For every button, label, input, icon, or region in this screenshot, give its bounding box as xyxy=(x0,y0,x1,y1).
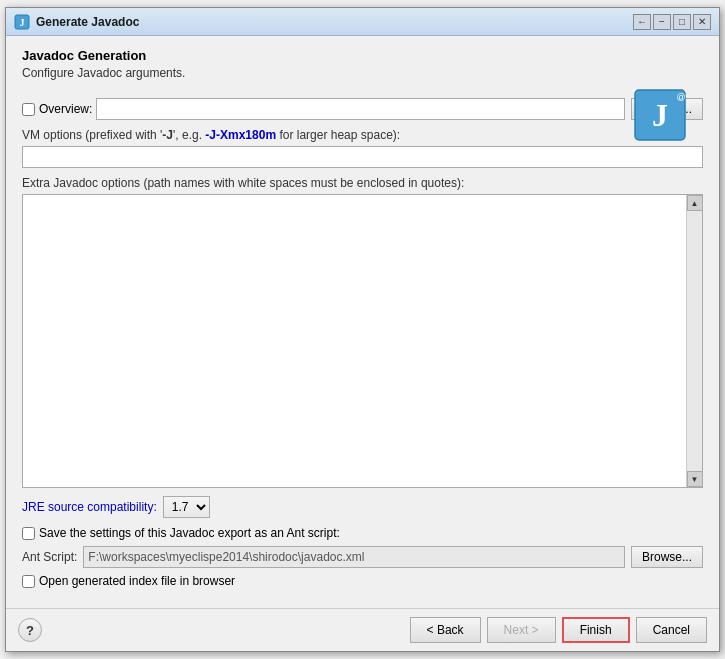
ant-browse-button[interactable]: Browse... xyxy=(631,546,703,568)
content-area: Javadoc Generation Configure Javadoc arg… xyxy=(6,36,719,608)
jre-select[interactable]: 1.7 1.5 1.6 1.8 xyxy=(163,496,210,518)
maximize-btn[interactable]: □ xyxy=(673,14,691,30)
jre-label: JRE source compatibility: xyxy=(22,500,157,514)
vm-j-bold: -J xyxy=(162,128,173,142)
title-bar: J Generate Javadoc ← − □ ✕ xyxy=(6,8,719,36)
window-title: Generate Javadoc xyxy=(36,15,633,29)
extra-options-textarea[interactable] xyxy=(23,195,686,487)
scroll-down-arrow[interactable]: ▼ xyxy=(687,471,703,487)
extra-options-label: Extra Javadoc options (path names with w… xyxy=(22,176,703,190)
ant-script-row: Ant Script: Browse... xyxy=(22,546,703,568)
open-browser-label: Open generated index file in browser xyxy=(39,574,235,588)
vm-options-input[interactable] xyxy=(22,146,703,168)
extra-options-container: ▲ ▼ xyxy=(22,194,703,488)
button-bar: ? < Back Next > Finish Cancel xyxy=(6,608,719,651)
next-button[interactable]: Next > xyxy=(487,617,556,643)
overview-checkbox[interactable] xyxy=(22,103,35,116)
ant-script-label: Ant Script: xyxy=(22,550,77,564)
close-btn[interactable]: ✕ xyxy=(693,14,711,30)
overview-label: Overview: xyxy=(39,102,92,116)
header-row: Javadoc Generation Configure Javadoc arg… xyxy=(22,48,703,90)
right-buttons: < Back Next > Finish Cancel xyxy=(410,617,707,643)
cancel-button[interactable]: Cancel xyxy=(636,617,707,643)
svg-text:@: @ xyxy=(676,92,685,102)
window-icon: J xyxy=(14,14,30,30)
section-subtitle: Configure Javadoc arguments. xyxy=(22,66,703,80)
dialog-window: J Generate Javadoc ← − □ ✕ Javadoc Gener… xyxy=(5,7,720,652)
window-controls: ← − □ ✕ xyxy=(633,14,711,30)
section-title: Javadoc Generation xyxy=(22,48,703,63)
javadoc-logo: J @ xyxy=(633,88,687,142)
svg-text:J: J xyxy=(20,17,25,28)
overview-row: Overview: Browse... xyxy=(22,98,703,120)
jre-row: JRE source compatibility: 1.7 1.5 1.6 1.… xyxy=(22,496,703,518)
vm-options-label: VM options (prefixed with '-J', e.g. -J-… xyxy=(22,128,703,142)
help-button[interactable]: ? xyxy=(18,618,42,642)
save-settings-checkbox[interactable] xyxy=(22,527,35,540)
ant-script-input[interactable] xyxy=(83,546,625,568)
minimize-btn[interactable]: − xyxy=(653,14,671,30)
back-button[interactable]: < Back xyxy=(410,617,481,643)
save-settings-row: Save the settings of this Javadoc export… xyxy=(22,526,703,540)
open-browser-checkbox[interactable] xyxy=(22,575,35,588)
svg-text:J: J xyxy=(652,97,668,133)
finish-button[interactable]: Finish xyxy=(562,617,630,643)
vm-example: -J-Xmx180m xyxy=(205,128,276,142)
open-browser-row: Open generated index file in browser xyxy=(22,574,703,588)
scroll-up-arrow[interactable]: ▲ xyxy=(687,195,703,211)
save-settings-label: Save the settings of this Javadoc export… xyxy=(39,526,340,540)
extra-options-scrollbar[interactable]: ▲ ▼ xyxy=(686,195,702,487)
back-nav-btn[interactable]: ← xyxy=(633,14,651,30)
overview-input[interactable] xyxy=(96,98,625,120)
